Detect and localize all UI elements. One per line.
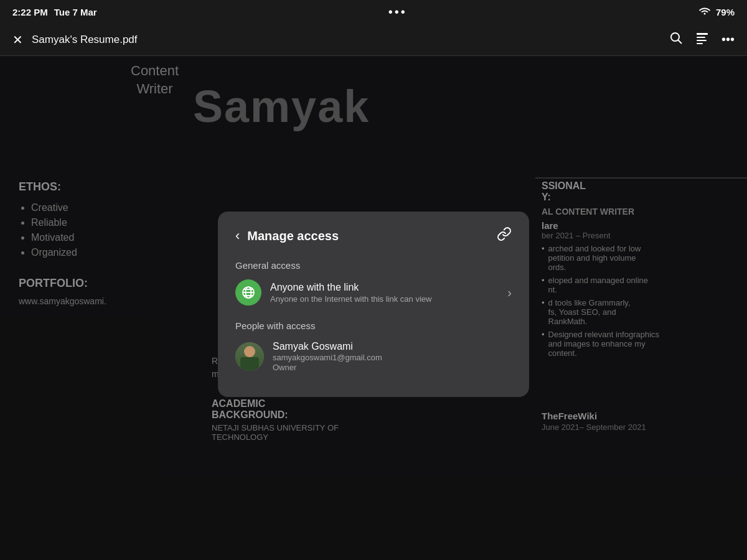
globe-icon [235,279,261,306]
modal-title: Manage access [247,229,339,243]
back-button[interactable]: ‹ [235,229,240,243]
toolbar: ✕ Samyak's Resume.pdf ••• [0,24,747,56]
close-button[interactable]: ✕ [12,32,23,47]
toolbar-left: ✕ Samyak's Resume.pdf [12,32,138,47]
more-icon[interactable]: ••• [721,32,735,47]
access-row[interactable]: Anyone with the link Anyone on the Inter… [235,279,512,306]
person-name: Samyak Goswami [273,341,382,352]
pdf-content: Content Writer Samyak ETHOS: Creative Re… [0,56,747,560]
access-subtitle: Anyone on the Internet with this link ca… [270,294,431,304]
avatar [235,342,264,371]
access-title: Anyone with the link [270,282,431,293]
access-info: Anyone with the link Anyone on the Inter… [270,282,431,304]
status-bar: 2:22 PM Tue 7 Mar ••• 79% [0,0,747,24]
access-row-left: Anyone with the link Anyone on the Inter… [235,279,431,306]
person-role: Owner [273,363,382,372]
file-title: Samyak's Resume.pdf [32,34,138,46]
svg-rect-3 [697,37,705,38]
person-email: samyakgoswami1@gmail.com [273,353,382,362]
wifi-icon [698,7,711,17]
manage-access-modal: ‹ Manage access General access [218,212,529,397]
person-row: Samyak Goswami samyakgoswami1@gmail.com … [235,341,512,372]
people-access-label: People with access [235,320,512,331]
pdf-background: Content Writer Samyak ETHOS: Creative Re… [0,56,747,560]
time-label: 2:22 PM [12,7,48,17]
search-icon[interactable] [669,31,683,48]
text-icon[interactable] [695,31,709,48]
svg-rect-5 [697,43,703,44]
battery-label: 79% [716,7,735,17]
toolbar-right: ••• [669,31,735,48]
modal-header: ‹ Manage access [235,226,512,245]
status-right: 79% [698,7,735,17]
status-left: 2:22 PM Tue 7 Mar [12,7,97,17]
svg-point-0 [671,33,679,41]
chevron-right-icon[interactable]: › [507,286,512,300]
svg-rect-4 [697,40,707,41]
svg-rect-2 [697,33,708,35]
status-dots: ••• [388,5,407,19]
person-info: Samyak Goswami samyakgoswami1@gmail.com … [273,341,382,372]
date-label: Tue 7 Mar [54,7,97,17]
modal-header-left: ‹ Manage access [235,229,339,243]
copy-link-icon[interactable] [497,226,512,245]
svg-line-1 [678,40,682,44]
general-access-label: General access [235,260,512,271]
